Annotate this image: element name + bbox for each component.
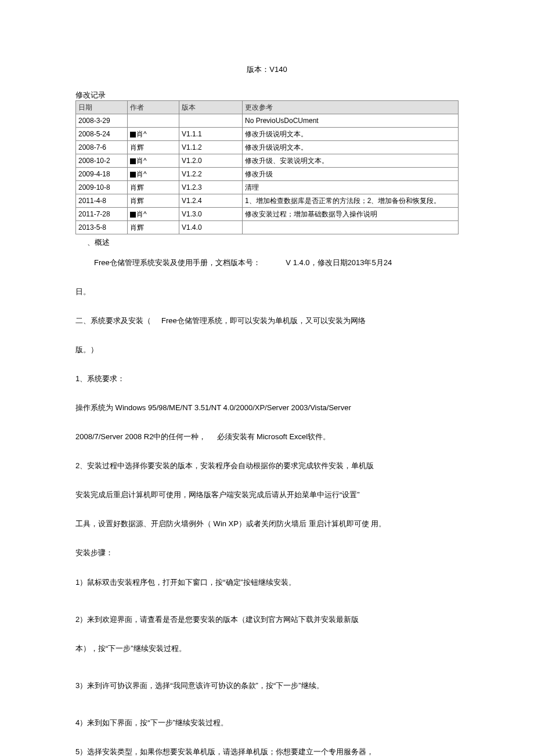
col-header-version: 版本 [179, 101, 243, 114]
cell-ref: 修改升级 [243, 168, 459, 181]
paragraph: 日。 [75, 277, 459, 306]
cell-ref: 修改升级说明文本。 [243, 141, 459, 154]
paragraph: 1、系统要求： [75, 364, 459, 393]
cell-date: 2008-3-29 [76, 114, 128, 128]
cell-version: V1.4.0 [179, 221, 243, 234]
table-row: 2011-4-8肖辉V1.2.41、增加检查数据库是否正常的方法段；2、增加备份… [76, 194, 459, 208]
paragraph: 版。） [75, 335, 459, 364]
cell-version: V1.2.2 [179, 168, 243, 181]
table-row: 2009-10-8肖辉V1.2.3清理 [76, 181, 459, 194]
section-overview-heading: 、概述 [87, 237, 459, 248]
cell-date: 2013-5-8 [76, 221, 128, 234]
cell-ref: 清理 [243, 181, 459, 194]
cell-date: 2009-10-8 [76, 181, 128, 194]
cell-version: V1.2.4 [179, 194, 243, 208]
paragraph: 操作系统为 Windows 95/98/ME/NT 3.51/NT 4.0/20… [75, 393, 459, 422]
black-square-icon [130, 172, 136, 178]
doc-version-title: 版本：V140 [75, 64, 459, 75]
paragraph: 3）来到许可协议界面，选择“我同意该许可协议的条款”，按“下一步”继续。 [75, 663, 459, 700]
black-square-icon [130, 158, 136, 164]
col-header-author: 作者 [128, 101, 179, 114]
cell-date: 2008-10-2 [76, 154, 128, 168]
cell-author: 肖辉 [128, 221, 179, 234]
col-header-date: 日期 [76, 101, 128, 114]
cell-version: V1.1.2 [179, 141, 243, 154]
paragraph: 4）来到如下界面，按“下一步”继续安装过程。 [75, 700, 459, 737]
cell-ref: 1、增加检查数据库是否正常的方法段；2、增加备份和恢复段。 [243, 194, 459, 208]
paragraph: 2、安装过程中选择你要安装的版本，安装程序会自动根据你的要求完成软件安装，单机版 [75, 451, 459, 480]
cell-author [128, 114, 179, 128]
paragraph: 安装步骤： [75, 538, 459, 567]
text: V 1.4.0，修改日期2013年5月24 [286, 258, 392, 267]
cell-version: V1.3.0 [179, 208, 243, 221]
table-row: 2008-5-24肖^V1.1.1修改升级说明文本。 [76, 128, 459, 141]
cell-ref: No PrevioUsDoCUment [243, 114, 459, 128]
paragraph: 1）鼠标双击安装程序包，打开如下窗口，按“确定”按钮继续安装。 [75, 568, 459, 597]
cell-ref: 修改升级说明文本。 [243, 128, 459, 141]
cell-ref: 修改安装过程；增加基础数据导入操作说明 [243, 208, 459, 221]
cell-author: 肖辉 [128, 141, 179, 154]
table-row: 2008-10-2肖^V1.2.0修改升级、安装说明文本。 [76, 154, 459, 168]
table-row: 2008-7-6肖辉V1.1.2修改升级说明文本。 [76, 141, 459, 154]
cell-date: 2009-4-18 [76, 168, 128, 181]
text: Free仓储管理系统，即可以安装为单机版，又可以安装为网络 [161, 316, 366, 325]
cell-version: V1.2.3 [179, 181, 243, 194]
cell-date: 2011-7-28 [76, 208, 128, 221]
cell-date: 2011-4-8 [76, 194, 128, 208]
revision-history-label: 修改记录 [75, 89, 459, 101]
text: Free仓储管理系统安装及使用手册，文档版本号： [94, 258, 261, 267]
paragraph: 2）来到欢迎界面，请查看是否是您要安装的版本（建议到官方网站下载并安装最新版 [75, 597, 459, 634]
cell-version: V1.2.0 [179, 154, 243, 168]
table-row: 2009-4-18肖^V1.2.2修改升级 [76, 168, 459, 181]
paragraph: 5）选择安装类型，如果你想要安装单机版，请选择单机版；你想要建立一个专用服务器， [75, 737, 459, 756]
table-header-row: 日期 作者 版本 更改参考 [76, 101, 459, 114]
cell-version [179, 114, 243, 128]
cell-date: 2008-7-6 [76, 141, 128, 154]
revision-table: 日期 作者 版本 更改参考 2008-3-29No PrevioUsDoCUme… [75, 100, 459, 234]
cell-author: 肖辉 [128, 181, 179, 194]
paragraph: 工具，设置好数据源、开启防火墙例外（ Win XP）或者关闭防火墙后 重启计算机… [75, 509, 459, 538]
paragraph: Free仓储管理系统安装及使用手册，文档版本号： V 1.4.0，修改日期201… [75, 248, 459, 277]
cell-ref: 修改升级、安装说明文本。 [243, 154, 459, 168]
paragraph: 2008/7/Server 2008 R2中的任何一种， 必须安装有 Micro… [75, 422, 459, 451]
text: 2008/7/Server 2008 R2中的任何一种， [75, 432, 206, 441]
black-square-icon [130, 132, 136, 138]
paragraph: 二、系统要求及安装（ Free仓储管理系统，即可以安装为单机版，又可以安装为网络 [75, 306, 459, 335]
text: 二、系统要求及安装（ [75, 316, 151, 325]
cell-author: 肖^ [128, 168, 179, 181]
table-row: 2013-5-8肖辉V1.4.0 [76, 221, 459, 234]
table-row: 2011-7-28肖^V1.3.0修改安装过程；增加基础数据导入操作说明 [76, 208, 459, 221]
paragraph: 本），按“下一步”继续安装过程。 [75, 634, 459, 663]
black-square-icon [130, 212, 136, 218]
text: 必须安装有 Microsoft Excel软件。 [217, 432, 331, 441]
cell-author: 肖^ [128, 154, 179, 168]
cell-author: 肖^ [128, 128, 179, 141]
paragraph: 安装完成后重启计算机即可使用，网络版客户端安装完成后请从开始菜单中运行“设置” [75, 480, 459, 509]
col-header-ref: 更改参考 [243, 101, 459, 114]
cell-author: 肖^ [128, 208, 179, 221]
cell-author: 肖辉 [128, 194, 179, 208]
cell-version: V1.1.1 [179, 128, 243, 141]
cell-ref [243, 221, 459, 234]
cell-date: 2008-5-24 [76, 128, 128, 141]
table-row: 2008-3-29No PrevioUsDoCUment [76, 114, 459, 128]
